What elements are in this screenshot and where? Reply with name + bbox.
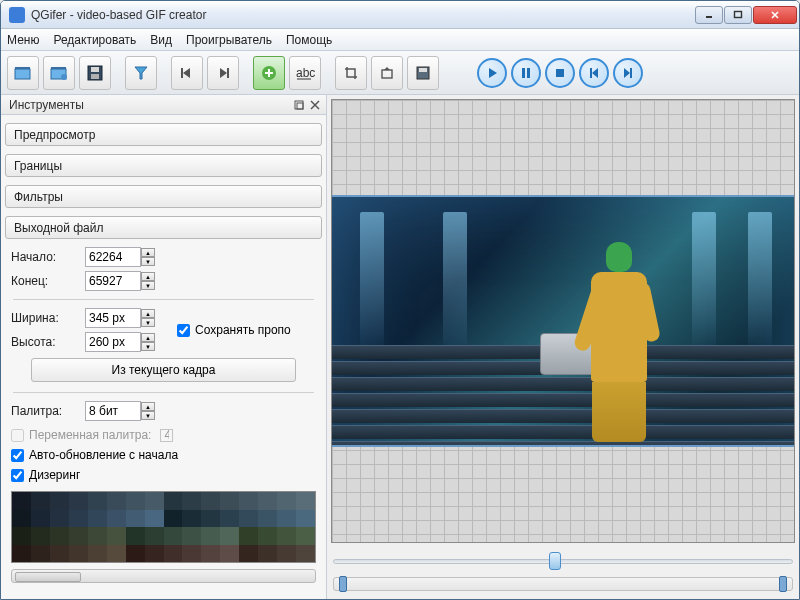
spin-up-icon[interactable]: ▲ <box>141 402 155 411</box>
dithering-checkbox[interactable] <box>11 469 24 482</box>
height-spinner[interactable]: ▲▼ <box>85 332 171 352</box>
spin-down-icon[interactable]: ▼ <box>141 342 155 351</box>
height-label: Высота: <box>11 335 79 349</box>
section-output[interactable]: Выходной файл <box>5 216 322 239</box>
save-button[interactable] <box>79 56 111 90</box>
spin-down-icon[interactable]: ▼ <box>141 257 155 266</box>
keep-ratio-label: Сохранять пропо <box>195 323 291 337</box>
start-input[interactable] <box>85 247 141 267</box>
skip-forward-button[interactable] <box>613 58 643 88</box>
spin-up-icon[interactable]: ▲ <box>141 309 155 318</box>
spin-down-icon[interactable]: ▼ <box>141 411 155 420</box>
preview-area <box>327 95 799 599</box>
undock-icon[interactable] <box>292 98 306 112</box>
close-button[interactable] <box>753 6 797 24</box>
text-button[interactable]: abc <box>289 56 321 90</box>
palette-input[interactable] <box>85 401 141 421</box>
from-current-button[interactable]: Из текущего кадра <box>31 358 296 382</box>
pause-button[interactable] <box>511 58 541 88</box>
panel-header[interactable]: Инструменты <box>1 95 326 115</box>
slider-thumb[interactable] <box>549 552 561 570</box>
var-palette-checkbox[interactable] <box>11 429 24 442</box>
spin-up-icon[interactable]: ▲ <box>141 333 155 342</box>
svg-rect-10 <box>91 67 99 72</box>
palette-spinner[interactable]: ▲▼ <box>85 401 171 421</box>
divider <box>13 392 314 393</box>
section-filters[interactable]: Фильтры <box>5 185 322 208</box>
svg-rect-11 <box>91 74 99 79</box>
range-start-handle[interactable] <box>339 576 347 592</box>
stop-button[interactable] <box>545 58 575 88</box>
menubar: Меню Редактировать Вид Проигрыватель Пом… <box>1 29 799 51</box>
spin-up-icon[interactable]: ▲ <box>141 248 155 257</box>
svg-marker-15 <box>220 68 227 78</box>
svg-marker-26 <box>489 68 497 78</box>
menu-item[interactable]: Меню <box>7 33 39 47</box>
palette-scrollbar[interactable] <box>11 569 316 583</box>
content-area: Инструменты Предпросмотр Границы Фильтры… <box>1 95 799 599</box>
open-video-button[interactable] <box>7 56 39 90</box>
next-frame-button[interactable] <box>207 56 239 90</box>
svg-text:abc: abc <box>296 66 315 80</box>
svg-marker-12 <box>135 67 147 79</box>
section-bounds[interactable]: Границы <box>5 154 322 177</box>
skip-back-button[interactable] <box>579 58 609 88</box>
palette-label: Палитра: <box>11 404 79 418</box>
video-still <box>332 195 794 447</box>
svg-marker-23 <box>384 67 390 70</box>
spin-down-icon[interactable]: ▼ <box>141 281 155 290</box>
svg-marker-32 <box>624 68 630 78</box>
keep-ratio-checkbox[interactable] <box>177 324 190 337</box>
var-palette-row: Переменная палитра: <box>5 425 322 445</box>
export-button[interactable] <box>371 56 403 90</box>
width-spinner[interactable]: ▲▼ <box>85 308 171 328</box>
svg-marker-30 <box>592 68 598 78</box>
menu-item[interactable]: Проигрыватель <box>186 33 272 47</box>
app-window: QGifer - video-based GIF creator Меню Ре… <box>0 0 800 600</box>
open-project-button[interactable] <box>43 56 75 90</box>
menu-item[interactable]: Вид <box>150 33 172 47</box>
menu-item[interactable]: Помощь <box>286 33 332 47</box>
dithering-row: Дизеринг <box>5 465 322 485</box>
svg-point-8 <box>61 74 67 80</box>
width-label: Ширина: <box>11 311 79 325</box>
svg-rect-25 <box>419 68 427 72</box>
section-preview[interactable]: Предпросмотр <box>5 123 322 146</box>
filter-button[interactable] <box>125 56 157 90</box>
width-input[interactable] <box>85 308 141 328</box>
spin-up-icon[interactable]: ▲ <box>141 272 155 281</box>
range-slider[interactable] <box>333 577 793 591</box>
color-palette[interactable] <box>11 491 316 563</box>
auto-update-label: Авто-обновление с начала <box>29 448 178 462</box>
minimize-button[interactable] <box>695 6 723 24</box>
crop-button[interactable] <box>335 56 367 90</box>
var-palette-label: Переменная палитра: <box>29 428 151 442</box>
window-title: QGifer - video-based GIF creator <box>31 8 694 22</box>
preview-frame <box>331 99 795 543</box>
svg-rect-5 <box>15 67 30 69</box>
var-palette-value <box>160 429 173 442</box>
timeline-slider[interactable] <box>333 551 793 573</box>
panel-close-icon[interactable] <box>308 98 322 112</box>
spin-down-icon[interactable]: ▼ <box>141 318 155 327</box>
start-spinner[interactable]: ▲▼ <box>85 247 171 267</box>
save-frame-button[interactable] <box>407 56 439 90</box>
add-button[interactable] <box>253 56 285 90</box>
app-icon <box>9 7 25 23</box>
svg-rect-1 <box>735 11 742 17</box>
keep-ratio-row: Сохранять пропо <box>177 323 316 337</box>
prev-frame-button[interactable] <box>171 56 203 90</box>
svg-rect-28 <box>527 68 530 78</box>
dithering-label: Дизеринг <box>29 468 80 482</box>
play-button[interactable] <box>477 58 507 88</box>
range-end-handle[interactable] <box>779 576 787 592</box>
end-spinner[interactable]: ▲▼ <box>85 271 171 291</box>
end-input[interactable] <box>85 271 141 291</box>
svg-rect-4 <box>15 69 30 79</box>
height-input[interactable] <box>85 332 141 352</box>
maximize-button[interactable] <box>724 6 752 24</box>
titlebar[interactable]: QGifer - video-based GIF creator <box>1 1 799 29</box>
menu-item[interactable]: Редактировать <box>53 33 136 47</box>
toolbar: abc <box>1 51 799 95</box>
auto-update-checkbox[interactable] <box>11 449 24 462</box>
